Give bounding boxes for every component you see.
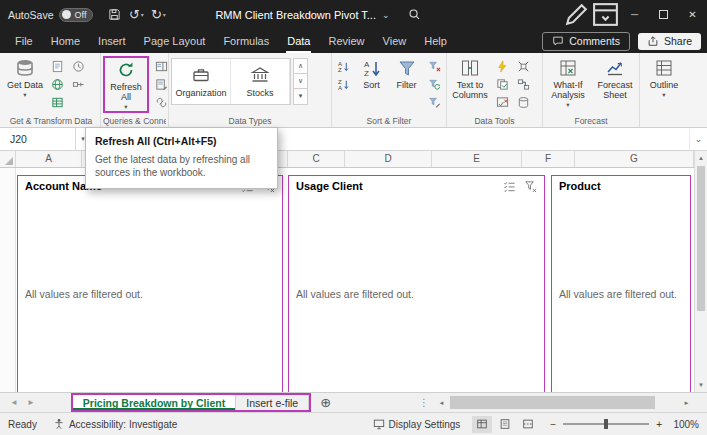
scroll-up-button[interactable]: ▲ bbox=[695, 152, 707, 165]
draw-pen-button[interactable] bbox=[562, 0, 591, 29]
tab-home[interactable]: Home bbox=[42, 29, 89, 53]
scroll-left-button[interactable]: ◄ bbox=[435, 393, 448, 412]
share-button[interactable]: Share bbox=[638, 33, 701, 50]
tab-insert[interactable]: Insert bbox=[89, 29, 135, 53]
formula-bar-expand-button[interactable]: ⌄ bbox=[689, 128, 707, 150]
horizontal-scroll-track[interactable] bbox=[448, 393, 680, 412]
comments-button[interactable]: Comments bbox=[542, 32, 630, 51]
sheet-tabs-highlight-box: Pricing Breakdown by Client Insert e-fil… bbox=[71, 393, 311, 412]
name-box[interactable]: J20 bbox=[0, 128, 76, 150]
text-to-columns-button[interactable]: Text to Columns bbox=[449, 56, 491, 100]
autosave-toggle[interactable]: AutoSave Off bbox=[8, 8, 93, 22]
sort-az-button[interactable]: AZ bbox=[334, 58, 353, 75]
organization-data-type[interactable]: Organization bbox=[172, 59, 231, 104]
column-header-a[interactable]: A bbox=[16, 151, 82, 167]
search-button[interactable] bbox=[404, 3, 426, 27]
from-text-csv-button[interactable] bbox=[48, 58, 67, 75]
new-sheet-icon: ⊕ bbox=[320, 395, 331, 410]
data-model-icon bbox=[517, 96, 530, 109]
outline-button[interactable]: Outline ▾ bbox=[642, 56, 686, 99]
zoom-in-button[interactable]: + bbox=[656, 419, 662, 430]
reapply-filter-button[interactable] bbox=[425, 76, 444, 93]
refresh-all-button[interactable]: Refresh All ▾ bbox=[105, 58, 147, 111]
tab-review[interactable]: Review bbox=[319, 29, 373, 53]
horizontal-scrollbar[interactable]: ◄ ► bbox=[435, 393, 693, 412]
vertical-scrollbar[interactable]: ▲ ▼ bbox=[694, 151, 707, 392]
recent-sources-button[interactable] bbox=[69, 58, 88, 75]
zoom-slider[interactable] bbox=[563, 423, 649, 425]
undo-button[interactable]: ↺ ▾ bbox=[125, 3, 147, 27]
column-header-e[interactable]: E bbox=[432, 151, 522, 167]
sheet-tab-insert-e-file[interactable]: Insert e-file bbox=[236, 395, 309, 410]
gallery-down-button[interactable]: ∨ bbox=[293, 74, 308, 90]
multiselect-icon[interactable] bbox=[503, 180, 516, 193]
sort-za-button[interactable]: ZA bbox=[334, 76, 353, 93]
zoom-out-button[interactable]: − bbox=[550, 419, 556, 430]
consolidate-icon bbox=[517, 60, 530, 73]
minimize-button[interactable]: ─ bbox=[620, 0, 649, 29]
vertical-scroll-thumb[interactable] bbox=[697, 166, 705, 311]
maximize-button[interactable] bbox=[649, 0, 678, 29]
document-title[interactable]: RMM Client Breakdown Pivot T... ⌄ bbox=[215, 9, 389, 21]
zoom-level[interactable]: 100% bbox=[669, 419, 699, 430]
tab-page-layout[interactable]: Page Layout bbox=[135, 29, 215, 53]
existing-connections-button[interactable] bbox=[69, 76, 88, 93]
normal-view-button[interactable] bbox=[472, 416, 492, 433]
pivot-panel-account-name[interactable]: Account Name All values are filtered out… bbox=[17, 175, 283, 392]
pivot-panel-product[interactable]: Product All values are filtered out. bbox=[551, 175, 691, 392]
tab-strip-resize-handle[interactable]: ⋮ bbox=[419, 393, 429, 412]
tab-formulas[interactable]: Formulas bbox=[214, 29, 278, 53]
ribbon-display-options-button[interactable] bbox=[591, 0, 620, 29]
save-button[interactable] bbox=[103, 3, 125, 27]
gallery-more-button[interactable]: ▾ bbox=[293, 89, 308, 105]
relationships-button[interactable] bbox=[514, 76, 533, 93]
close-button[interactable]: ✕ bbox=[678, 0, 707, 29]
accessibility-status[interactable]: Accessibility: Investigate bbox=[53, 418, 177, 430]
from-table-range-button[interactable] bbox=[48, 94, 67, 111]
select-all-corner[interactable] bbox=[0, 151, 16, 167]
svg-text:Z: Z bbox=[338, 67, 342, 73]
display-settings-button[interactable]: Display Settings bbox=[373, 418, 461, 430]
page-layout-view-button[interactable] bbox=[495, 416, 515, 433]
view-shortcuts bbox=[472, 416, 538, 433]
scroll-down-button[interactable]: ▼ bbox=[695, 378, 707, 391]
scroll-right-button[interactable]: ► bbox=[680, 393, 693, 412]
consolidate-button[interactable] bbox=[514, 58, 533, 75]
page-break-view-button[interactable] bbox=[518, 416, 538, 433]
tab-view[interactable]: View bbox=[374, 29, 416, 53]
redo-button[interactable]: ↻ ▾ bbox=[147, 3, 169, 27]
what-if-analysis-button[interactable]: What-If Analysis ▾ bbox=[545, 56, 591, 109]
remove-duplicates-button[interactable] bbox=[493, 76, 512, 93]
new-sheet-button[interactable]: ⊕ bbox=[320, 393, 331, 412]
advanced-filter-button[interactable] bbox=[425, 94, 444, 111]
sort-button[interactable]: AZ Sort bbox=[355, 56, 388, 90]
filtered-out-message: All values are filtered out. bbox=[25, 288, 143, 300]
filter-button[interactable]: Filter bbox=[390, 56, 423, 90]
pivot-panel-usage-client[interactable]: Usage Client All values are filtered out… bbox=[288, 175, 545, 392]
sheet-tab-pricing-breakdown[interactable]: Pricing Breakdown by Client bbox=[73, 395, 236, 410]
tab-data[interactable]: Data bbox=[278, 29, 319, 53]
next-sheet-button[interactable]: ► bbox=[27, 398, 35, 407]
horizontal-scroll-thumb[interactable] bbox=[450, 396, 655, 409]
forecast-sheet-button[interactable]: Forecast Sheet bbox=[593, 56, 637, 100]
column-header-d[interactable]: D bbox=[345, 151, 432, 167]
column-header-c[interactable]: C bbox=[288, 151, 345, 167]
gallery-up-button[interactable]: ∧ bbox=[293, 58, 308, 74]
tab-file[interactable]: File bbox=[6, 29, 42, 53]
column-header-g[interactable]: G bbox=[575, 151, 694, 167]
autosave-switch[interactable]: Off bbox=[59, 8, 94, 22]
flash-fill-button[interactable] bbox=[493, 58, 512, 75]
previous-sheet-button[interactable]: ◄ bbox=[10, 398, 18, 407]
outline-icon bbox=[654, 58, 674, 78]
data-validation-button[interactable] bbox=[493, 94, 512, 111]
get-data-button[interactable]: Get Data ▾ bbox=[4, 56, 46, 99]
column-header-f[interactable]: F bbox=[522, 151, 575, 167]
stocks-data-type[interactable]: Stocks bbox=[231, 59, 290, 104]
clear-filter-icon[interactable] bbox=[524, 180, 537, 193]
clear-filter-button[interactable] bbox=[425, 58, 444, 75]
tab-help[interactable]: Help bbox=[415, 29, 456, 53]
zoom-slider-thumb[interactable] bbox=[604, 419, 608, 429]
from-web-button[interactable] bbox=[48, 76, 67, 93]
status-bar: Ready Accessibility: Investigate Display… bbox=[0, 412, 707, 435]
manage-data-model-button[interactable] bbox=[514, 94, 533, 111]
